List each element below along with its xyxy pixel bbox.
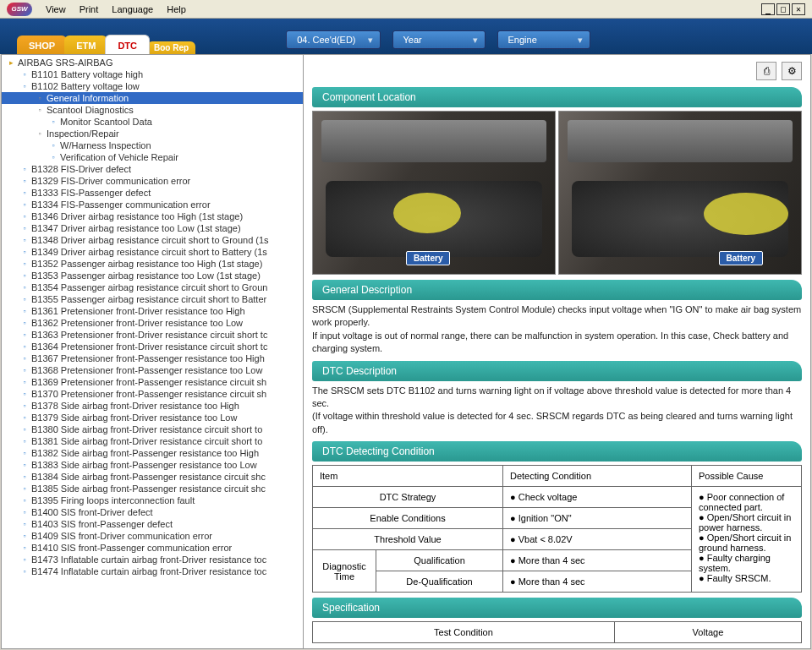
tree-node[interactable]: ▸AIRBAG SRS-AIRBAG xyxy=(2,57,303,68)
document-icon: ▫ xyxy=(20,555,29,564)
tree-node[interactable]: ▫B1410 SIS front-Passenger communication… xyxy=(2,542,303,554)
tree-node[interactable]: ▫B1367 Pretensioner front-Passenger resi… xyxy=(2,352,303,364)
tree-node[interactable]: ▫B1102 Battery voltage low xyxy=(2,80,303,92)
tree-node[interactable]: ▫B1378 Side airbag front-Driver resistan… xyxy=(2,400,303,412)
tab-etm[interactable]: ETM xyxy=(64,36,107,54)
filter-year[interactable]: Year xyxy=(392,30,486,49)
tree-node[interactable]: ▫B1369 Pretensioner front-Passenger resi… xyxy=(2,376,303,388)
document-icon: ▫ xyxy=(20,188,29,197)
cond-h-cause: Possible Cause xyxy=(692,466,802,487)
tree-node-label: B1368 Pretensioner front-Passenger resis… xyxy=(31,365,262,375)
tree-node[interactable]: ▫B1101 Battery voltage high xyxy=(2,68,303,80)
maximize-button[interactable]: □ xyxy=(776,3,790,15)
tree-node[interactable]: ▫B1473 Inflatable curtain airbag front-D… xyxy=(2,554,303,565)
tree-node[interactable]: ▫B1346 Driver airbag resistance too High… xyxy=(2,210,303,222)
tree-node[interactable]: ▫Verification of Vehicle Repair xyxy=(2,151,303,163)
spec-h-voltage: Voltage xyxy=(614,622,801,643)
battery-label: Battery xyxy=(719,251,763,265)
cond-strategy-val: Check voltage xyxy=(503,487,692,508)
minimize-button[interactable]: _ xyxy=(761,3,775,15)
menu-language[interactable]: Language xyxy=(112,4,153,14)
general-description-text: SRSCM (Supplemental Restraints System Co… xyxy=(312,303,802,356)
tree-node[interactable]: ▫B1474 Inflatable curtain airbag front-D… xyxy=(2,565,303,577)
document-icon: ▫ xyxy=(20,330,29,339)
document-icon: ▫ xyxy=(20,212,29,221)
tree-node[interactable]: ▫Scantool Diagnostics xyxy=(2,104,303,116)
toolbar-button-1[interactable]: ⎙ xyxy=(756,62,776,80)
tree-node[interactable]: ▫B1354 Passenger airbag resistance circu… xyxy=(2,281,303,293)
tree-node[interactable]: ▫B1353 Passenger airbag resistance too L… xyxy=(2,270,303,281)
tree-node-label: B1369 Pretensioner front-Passenger resis… xyxy=(31,377,266,387)
document-icon: ▫ xyxy=(20,472,29,481)
tree-node[interactable]: ▫B1333 FIS-Passenger defect xyxy=(2,187,303,199)
tree-node[interactable]: ▫B1361 Pretensioner front-Driver resista… xyxy=(2,305,303,317)
tree-node[interactable]: ▫B1395 Firing loops interconnection faul… xyxy=(2,494,303,506)
tree-node[interactable]: ▫B1348 Driver airbag resistance circuit … xyxy=(2,234,303,246)
tab-boorepl[interactable]: Boo Rep xyxy=(147,41,195,54)
tree-node-label: B1346 Driver airbag resistance too High … xyxy=(31,211,243,221)
tree-node[interactable]: ▫Inspection/Repair xyxy=(2,128,303,139)
document-icon: ▫ xyxy=(20,200,29,209)
tree-node-label: B1102 Battery voltage low xyxy=(31,81,140,91)
content-area: ▸AIRBAG SRS-AIRBAG▫B1101 Battery voltage… xyxy=(1,54,811,649)
tree-node[interactable]: ▫B1363 Pretensioner front-Driver resista… xyxy=(2,329,303,341)
main-panel[interactable]: ⎙ ⚙ Component Location Battery Battery G… xyxy=(304,55,810,648)
tree-node[interactable]: ▫B1349 Driver airbag resistance circuit … xyxy=(2,246,303,258)
tree-node-label: B1362 Pretensioner front-Driver resistan… xyxy=(31,318,243,328)
tree-node[interactable]: ▫Monitor Scantool Data xyxy=(2,116,303,128)
document-icon: ▫ xyxy=(20,461,29,469)
tab-shop[interactable]: SHOP xyxy=(17,36,67,54)
toolbar-button-2[interactable]: ⚙ xyxy=(782,62,802,80)
tree-node[interactable]: ▫General Information xyxy=(2,92,303,104)
tree-node[interactable]: ▫B1382 Side airbag front-Passenger resis… xyxy=(2,447,303,459)
cond-diagtime-label: Diagnostic Time xyxy=(313,550,376,593)
tree-node[interactable]: ▫W/Harness Inspection xyxy=(2,139,303,151)
tree-node[interactable]: ▫B1334 FIS-Passenger communication error xyxy=(2,199,303,210)
window-buttons: _ □ ✕ xyxy=(761,3,805,15)
tree-node-label: B1328 FIS-Driver defect xyxy=(31,164,131,174)
spec-table: Test ConditionVoltage xyxy=(312,621,802,643)
tree-node[interactable]: ▫B1383 Side airbag front-Passenger resis… xyxy=(2,459,303,471)
menu-help[interactable]: Help xyxy=(167,4,186,14)
tree-node[interactable]: ▫B1403 SIS front-Passenger defect xyxy=(2,518,303,530)
tree-node[interactable]: ▫B1352 Passenger airbag resistance too H… xyxy=(2,258,303,270)
tree-node[interactable]: ▫B1380 Side airbag front-Driver resistan… xyxy=(2,423,303,435)
tree-node[interactable]: ▫B1381 Side airbag front-Driver resistan… xyxy=(2,435,303,447)
tree-node[interactable]: ▫B1400 SIS front-Driver defect xyxy=(2,506,303,518)
dtc-tree[interactable]: ▸AIRBAG SRS-AIRBAG▫B1101 Battery voltage… xyxy=(2,55,304,648)
document-icon: ▫ xyxy=(20,248,29,256)
folder-icon: ▸ xyxy=(7,58,15,67)
menu-print[interactable]: Print xyxy=(80,4,99,14)
tree-node[interactable]: ▫B1347 Driver airbag resistance too Low … xyxy=(2,222,303,234)
tree-node-label: B1403 SIS front-Passenger defect xyxy=(31,519,173,529)
menu-view[interactable]: View xyxy=(46,4,66,14)
tree-node-label: W/Harness Inspection xyxy=(60,140,151,150)
tree-node[interactable]: ▫B1368 Pretensioner front-Passenger resi… xyxy=(2,364,303,376)
tree-node[interactable]: ▫B1364 Pretensioner front-Driver resista… xyxy=(2,341,303,352)
tree-node[interactable]: ▫B1370 Pretensioner front-Passenger resi… xyxy=(2,388,303,400)
battery-highlight xyxy=(704,193,788,235)
filter-model[interactable]: 04. Cee'd(ED) xyxy=(286,30,380,49)
tree-node[interactable]: ▫B1329 FIS-Driver communication error xyxy=(2,175,303,187)
document-icon: ▫ xyxy=(20,177,29,185)
close-button[interactable]: ✕ xyxy=(792,3,805,15)
page-icon: ▫ xyxy=(36,94,44,102)
document-icon: ▫ xyxy=(20,82,29,90)
tree-node-label: Monitor Scantool Data xyxy=(60,117,152,127)
tree-node-label: B1410 SIS front-Passenger communication … xyxy=(31,543,232,553)
tree-node-label: B1349 Driver airbag resistance circuit s… xyxy=(31,247,267,257)
document-icon: ▫ xyxy=(20,437,29,445)
tree-node[interactable]: ▫B1385 Side airbag front-Passenger resis… xyxy=(2,483,303,494)
cond-strategy-label: DTC Strategy xyxy=(313,487,503,508)
tree-node[interactable]: ▫B1355 Passenger airbag resistance circu… xyxy=(2,293,303,305)
section-general-description: General Description xyxy=(312,280,802,300)
tree-node[interactable]: ▫B1362 Pretensioner front-Driver resista… xyxy=(2,317,303,329)
filter-engine[interactable]: Engine xyxy=(497,30,590,49)
cond-threshold-val: Vbat < 8.02V xyxy=(503,529,692,550)
tab-dtc[interactable]: DTC xyxy=(105,35,150,54)
tree-node[interactable]: ▫B1409 SIS front-Driver communication er… xyxy=(2,530,303,542)
tree-node[interactable]: ▫B1384 Side airbag front-Passenger resis… xyxy=(2,471,303,483)
tree-node[interactable]: ▫B1379 Side airbag front-Driver resistan… xyxy=(2,412,303,423)
tree-node[interactable]: ▫B1328 FIS-Driver defect xyxy=(2,163,303,175)
document-icon: ▫ xyxy=(20,366,29,374)
